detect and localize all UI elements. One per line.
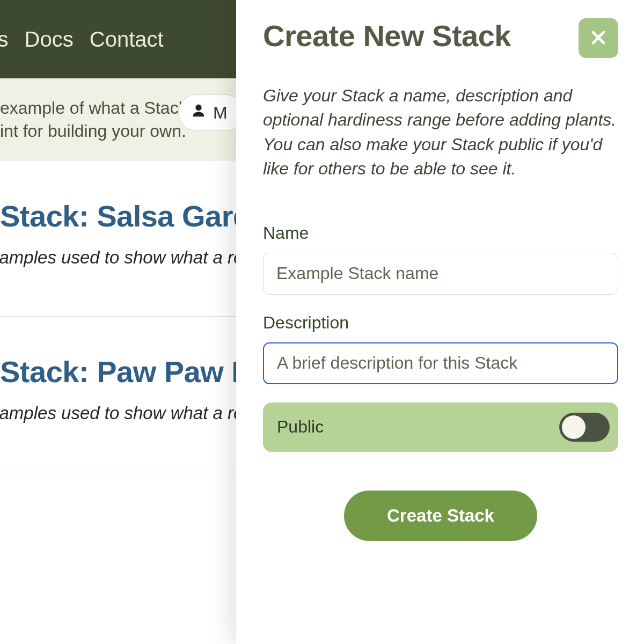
panel-title: Create New Stack <box>263 18 511 53</box>
name-input[interactable] <box>263 253 618 295</box>
description-input[interactable] <box>263 342 618 384</box>
name-label: Name <box>263 223 618 243</box>
name-field-group: Name <box>263 223 618 295</box>
nav-link-docs[interactable]: Docs <box>25 27 74 52</box>
nav-link-plants[interactable]: ants <box>0 27 9 52</box>
description-label: Description <box>263 313 618 333</box>
create-stack-button[interactable]: Create Stack <box>344 491 537 541</box>
user-icon <box>191 103 207 123</box>
user-pill-label: M <box>213 103 228 123</box>
panel-header: Create New Stack <box>263 18 618 58</box>
user-pill[interactable]: M <box>178 94 244 131</box>
public-toggle[interactable] <box>559 413 610 442</box>
close-icon <box>589 28 608 48</box>
submit-row: Create Stack <box>263 491 618 541</box>
public-toggle-row: Public <box>263 402 618 452</box>
nav-link-contact[interactable]: Contact <box>90 27 164 52</box>
description-field-group: Description <box>263 313 618 384</box>
close-button[interactable] <box>579 18 618 58</box>
create-stack-panel: Create New Stack Give your Stack a name,… <box>236 0 644 644</box>
panel-intro-text: Give your Stack a name, description and … <box>263 84 618 181</box>
public-label: Public <box>277 417 324 437</box>
toggle-knob <box>562 415 586 439</box>
